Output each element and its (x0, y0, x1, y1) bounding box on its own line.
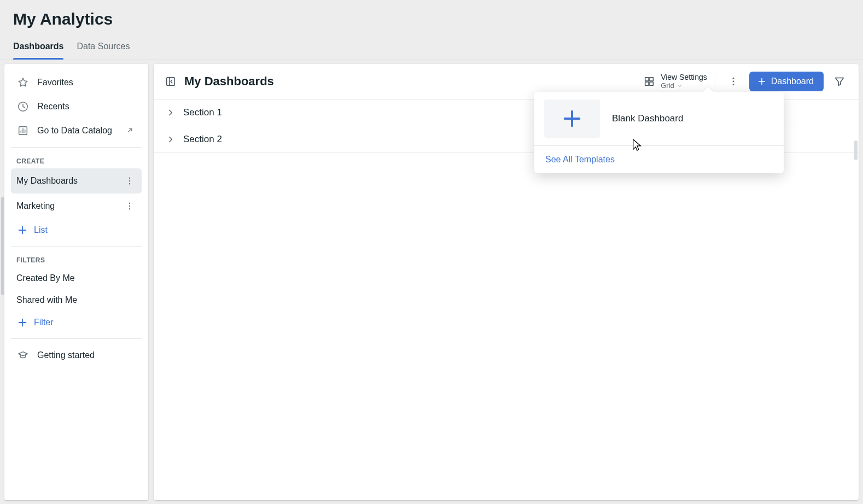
section-label: Section 1 (183, 107, 222, 118)
svg-point-13 (732, 78, 734, 79)
svg-rect-12 (650, 82, 653, 85)
sidebar-list-marketing[interactable]: Marketing (11, 194, 142, 219)
graduation-cap-icon (16, 349, 30, 361)
svg-rect-11 (645, 82, 649, 85)
add-filter-label: Filter (34, 318, 54, 327)
tab-label: Data Sources (77, 42, 130, 51)
view-settings-label: View Settings (661, 73, 707, 81)
header-tabs: Dashboards Data Sources (0, 36, 863, 60)
chevron-down-icon (677, 83, 683, 89)
collapse-sidebar-button[interactable] (164, 74, 178, 89)
sidebar: Favorites Recents Go to Data Catalog CRE… (4, 64, 148, 500)
tab-dashboards[interactable]: Dashboards (13, 36, 63, 59)
chevron-right-icon (166, 134, 176, 144)
popover-item-label: Blank Dashboard (612, 113, 683, 124)
svg-point-15 (732, 84, 734, 85)
scrollbar[interactable] (1, 197, 4, 295)
see-all-templates-label: See All Templates (545, 155, 615, 164)
filter-toggle-button[interactable] (830, 72, 849, 91)
svg-rect-9 (645, 78, 649, 81)
svg-point-6 (129, 206, 130, 207)
svg-point-4 (129, 183, 130, 184)
divider (11, 246, 142, 247)
clock-icon (16, 101, 30, 113)
sidebar-item-label: Marketing (16, 201, 55, 211)
sidebar-item-label: Recents (37, 102, 69, 112)
sidebar-filter-shared-with-me[interactable]: Shared with Me (11, 289, 142, 311)
view-settings-text: View Settings Grid (661, 73, 707, 90)
divider (11, 338, 142, 339)
app-header: My Analytics (0, 0, 863, 28)
more-icon (728, 76, 739, 87)
sidebar-item-getting-started[interactable]: Getting started (11, 343, 142, 367)
sidebar-item-favorites[interactable]: Favorites (11, 71, 142, 95)
sidebar-item-label: Getting started (37, 350, 95, 360)
add-list-button[interactable]: List (11, 219, 142, 242)
app-title: My Analytics (13, 10, 850, 28)
sidebar-heading-create: CREATE (11, 152, 142, 168)
sidebar-list-my-dashboards[interactable]: My Dashboards (11, 168, 142, 194)
new-dashboard-popover: Blank Dashboard See All Templates (534, 92, 784, 173)
popover-item-blank-dashboard[interactable]: Blank Dashboard (534, 92, 784, 145)
svg-point-2 (129, 178, 130, 179)
more-icon[interactable] (123, 174, 136, 187)
tab-data-sources[interactable]: Data Sources (77, 36, 130, 59)
scrollbar[interactable] (854, 140, 858, 160)
tab-label: Dashboards (13, 42, 63, 51)
chart-icon (16, 125, 30, 137)
sidebar-item-label: Shared with Me (16, 295, 77, 305)
add-filter-button[interactable]: Filter (11, 311, 142, 334)
grid-icon (643, 75, 655, 87)
see-all-templates-link[interactable]: See All Templates (534, 146, 784, 173)
svg-point-14 (732, 81, 734, 83)
svg-point-5 (129, 203, 130, 204)
svg-rect-10 (650, 78, 653, 81)
main-title: My Dashboards (184, 74, 637, 89)
star-icon (16, 77, 30, 89)
chevron-right-icon (166, 108, 176, 118)
sidebar-item-label: Favorites (37, 78, 73, 87)
external-link-icon (123, 126, 136, 136)
more-menu-button[interactable] (724, 72, 743, 91)
more-icon[interactable] (123, 200, 136, 213)
svg-point-7 (129, 208, 130, 209)
sidebar-filter-created-by-me[interactable]: Created By Me (11, 267, 142, 289)
blank-dashboard-thumb (544, 99, 600, 138)
svg-point-3 (129, 180, 130, 181)
divider (11, 147, 142, 148)
plus-icon (757, 77, 767, 86)
section-label: Section 2 (183, 134, 222, 145)
add-list-label: List (34, 225, 48, 235)
sidebar-item-data-catalog[interactable]: Go to Data Catalog (11, 119, 142, 143)
view-settings-value: Grid (661, 82, 674, 90)
filter-icon (833, 75, 845, 87)
sidebar-item-recents[interactable]: Recents (11, 95, 142, 119)
sidebar-item-label: Created By Me (16, 273, 75, 283)
plus-icon (16, 317, 28, 329)
sidebar-item-label: My Dashboards (16, 176, 78, 186)
sidebar-item-label: Go to Data Catalog (37, 126, 112, 136)
new-dashboard-button[interactable]: Dashboard (749, 72, 824, 91)
plus-icon (16, 224, 28, 236)
sidebar-heading-filters: FILTERS (11, 251, 142, 267)
new-dashboard-label: Dashboard (771, 77, 814, 86)
